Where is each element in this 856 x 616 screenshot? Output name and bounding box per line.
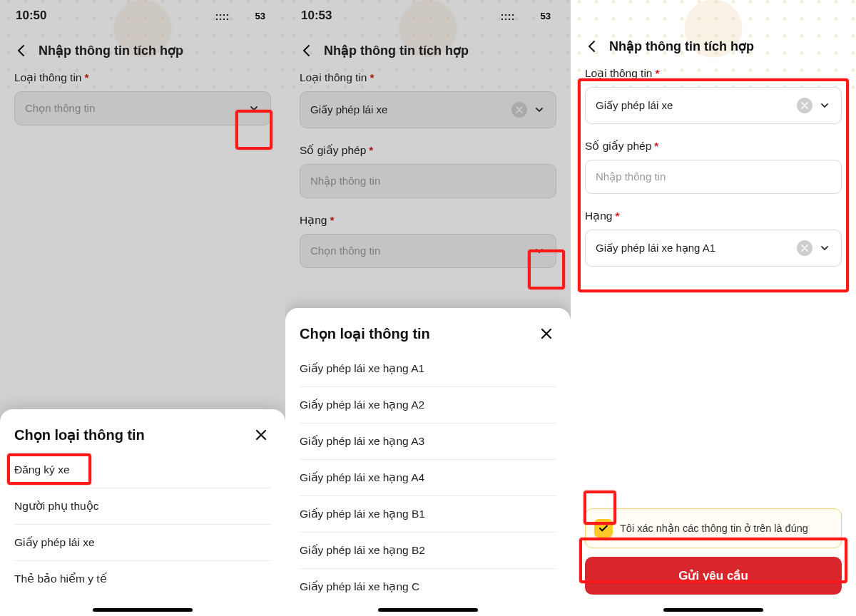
chevron-down-icon[interactable] — [533, 245, 546, 257]
option-rank-a1[interactable]: Giấy phép lái xe hạng A1 — [300, 351, 556, 387]
wifi-icon — [234, 11, 247, 21]
option-nguoi-phu-thuoc[interactable]: Người phụ thuộc — [14, 488, 271, 525]
sheet-title: Chọn loại thông tin — [14, 426, 145, 443]
battery-indicator: 53 — [536, 10, 555, 22]
clear-icon[interactable] — [797, 240, 812, 256]
info-type-value: Giấy phép lái xe — [596, 99, 791, 112]
confirm-box: Tôi xác nhận các thông tin ở trên là đún… — [585, 508, 842, 548]
label-info-type: Loại thông tin* — [585, 67, 842, 80]
option-giay-phep-lai-xe[interactable]: Giấy phép lái xe — [14, 525, 271, 561]
info-type-select[interactable]: Giấy phép lái xe — [300, 91, 556, 128]
label-info-type: Loại thông tin* — [300, 71, 556, 84]
status-bar — [571, 0, 856, 21]
home-indicator — [93, 608, 193, 612]
signal-icon: :::: — [501, 10, 515, 22]
confirm-text: Tôi xác nhận các thông tin ở trên là đún… — [620, 523, 808, 534]
rank-select[interactable]: Giấy phép lái xe hạng A1 — [585, 230, 842, 267]
license-no-placeholder: Nhập thông tin — [596, 170, 831, 183]
label-license-no: Số giấy phép* — [300, 144, 556, 157]
info-type-select[interactable]: Chọn thông tin — [14, 91, 271, 125]
license-no-placeholder: Nhập thông tin — [310, 175, 546, 188]
chevron-down-icon[interactable] — [818, 99, 831, 112]
chevron-down-icon[interactable] — [533, 103, 546, 116]
close-icon[interactable] — [536, 324, 556, 344]
confirm-checkbox[interactable] — [594, 519, 613, 538]
screenshot-2: 10:53 :::: 53 Nhập thông tin tích hợp Lo… — [285, 0, 571, 616]
info-type-select[interactable]: Giấy phép lái xe — [585, 87, 842, 124]
info-type-placeholder: Chọn thông tin — [25, 102, 242, 115]
label-rank: Hạng* — [300, 214, 556, 227]
option-rank-a4[interactable]: Giấy phép lái xe hạng A4 — [300, 460, 556, 496]
option-rank-a2[interactable]: Giấy phép lái xe hạng A2 — [300, 387, 556, 423]
option-rank-b2[interactable]: Giấy phép lái xe hạng B2 — [300, 533, 556, 569]
submit-label: Gửi yêu cầu — [678, 569, 748, 582]
chevron-down-icon[interactable] — [818, 242, 831, 255]
home-indicator — [378, 608, 478, 612]
option-rank-a3[interactable]: Giấy phép lái xe hạng A3 — [300, 423, 556, 460]
license-no-input[interactable]: Nhập thông tin — [300, 164, 556, 198]
clear-icon[interactable] — [511, 102, 527, 118]
close-icon[interactable] — [251, 425, 271, 445]
license-no-input[interactable]: Nhập thông tin — [585, 160, 842, 194]
submit-button[interactable]: Gửi yêu cầu — [585, 557, 842, 595]
info-type-value: Giấy phép lái xe — [310, 103, 506, 116]
clear-icon[interactable] — [797, 98, 812, 113]
back-button[interactable] — [14, 43, 29, 58]
option-rank-c[interactable]: Giấy phép lái xe hạng C — [300, 569, 556, 605]
bottom-sheet-rank: Chọn loại thông tin Giấy phép lái xe hạn… — [285, 308, 571, 616]
chevron-down-icon[interactable] — [248, 102, 260, 115]
back-button[interactable] — [300, 43, 314, 58]
status-bar: 10:50 :::: 53 — [0, 0, 285, 31]
label-license-no: Số giấy phép* — [585, 140, 842, 153]
status-bar: 10:53 :::: 53 — [285, 0, 571, 31]
page-title: Nhập thông tin tích hợp — [609, 38, 754, 54]
back-button[interactable] — [585, 39, 599, 53]
signal-icon: :::: — [215, 10, 230, 22]
bottom-sheet-info-type: Chọn loại thông tin Đăng ký xe Người phụ… — [0, 409, 285, 616]
status-time: 10:53 — [301, 9, 332, 23]
label-rank: Hạng* — [585, 210, 842, 222]
label-info-type: Loại thông tin* — [14, 71, 271, 84]
option-dang-ky-xe[interactable]: Đăng ký xe — [14, 452, 271, 488]
status-time: 10:50 — [16, 9, 46, 23]
wifi-icon — [519, 11, 532, 21]
sheet-title: Chọn loại thông tin — [300, 325, 430, 342]
option-rank-b1[interactable]: Giấy phép lái xe hạng B1 — [300, 496, 556, 533]
option-the-bao-hiem[interactable]: Thẻ bảo hiểm y tế — [14, 561, 271, 597]
page-title: Nhập thông tin tích hợp — [324, 43, 469, 58]
rank-select[interactable]: Chọn thông tin — [300, 234, 556, 268]
page-title: Nhập thông tin tích hợp — [39, 43, 183, 58]
home-indicator — [663, 608, 763, 612]
rank-value: Giấy phép lái xe hạng A1 — [596, 242, 791, 255]
battery-indicator: 53 — [251, 10, 270, 22]
screenshot-1: 10:50 :::: 53 Nhập thông tin tích hợp Lo… — [0, 0, 285, 616]
rank-placeholder: Chọn thông tin — [310, 245, 527, 257]
screenshot-3: Nhập thông tin tích hợp Loại thông tin* … — [571, 0, 856, 616]
